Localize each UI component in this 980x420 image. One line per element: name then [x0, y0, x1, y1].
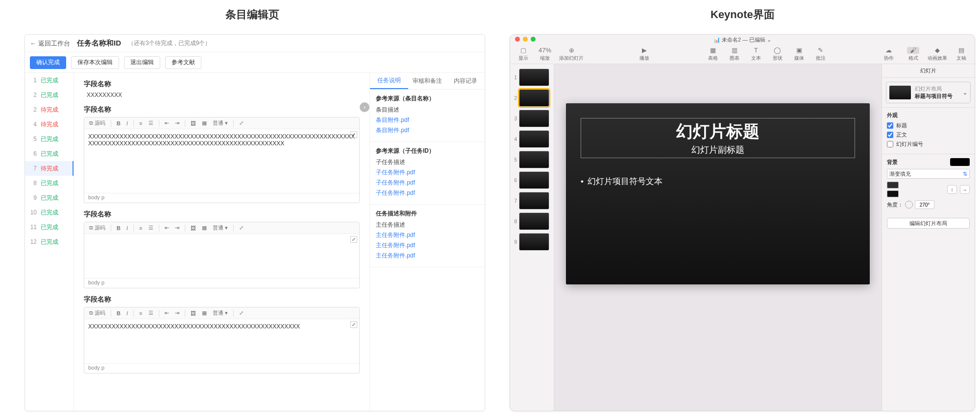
slide-thumbnail[interactable]: 5 — [510, 149, 554, 170]
bullet-list-button[interactable]: ≡ — [137, 120, 144, 126]
fullscreen-button[interactable]: ⤢ — [237, 225, 245, 231]
italic-button[interactable]: I — [124, 120, 130, 126]
toolbar-animate[interactable]: ◆ 动画效果 — [928, 47, 947, 62]
slide-bullet-box[interactable]: • 幻灯片项目符号文本 — [581, 176, 855, 187]
sidebar-entry[interactable]: 4 待完成 — [25, 117, 74, 132]
info-tab[interactable]: 内容记录 — [446, 73, 485, 89]
save-button[interactable]: 保存本次编辑 — [71, 56, 119, 69]
bullet-list-button[interactable]: ≡ — [137, 225, 144, 231]
exit-button[interactable]: 退出编辑 — [124, 56, 160, 69]
appearance-checkbox-row[interactable]: 正文 — [887, 131, 970, 139]
slide-thumbnail[interactable]: 9 — [510, 232, 554, 252]
checkbox[interactable] — [887, 132, 893, 138]
layout-picker[interactable]: 幻灯片布局 标题与项目符号 ⌄ — [886, 82, 971, 103]
indent-button[interactable]: ⇥ — [173, 310, 181, 316]
sidebar-entry[interactable]: 10 已完成 — [25, 205, 74, 220]
toolbar-document[interactable]: ▤ 文稿 — [954, 47, 969, 62]
table-button[interactable]: ▦ — [200, 225, 209, 231]
collapse-right-panel-button[interactable]: › — [360, 102, 369, 112]
slide-title-box[interactable]: 幻灯片标题 幻灯片副标题 — [581, 118, 855, 158]
toolbar-format[interactable]: 🖌 格式 — [906, 47, 921, 62]
number-list-button[interactable]: ☰ — [147, 120, 155, 126]
outdent-button[interactable]: ⇤ — [163, 310, 171, 316]
fill-type-select[interactable]: 渐变填充 ⇅ — [887, 169, 970, 179]
attachment-link[interactable]: 条目附件.pdf — [376, 127, 409, 134]
checkbox[interactable] — [887, 141, 893, 147]
sidebar-entry[interactable]: 1 已完成 — [25, 73, 74, 88]
back-button[interactable]: ← 返回工作台 — [30, 39, 70, 48]
sidebar-entry[interactable]: 11 已完成 — [25, 220, 74, 234]
number-list-button[interactable]: ☰ — [147, 310, 155, 316]
info-tab[interactable]: 任务说明 — [370, 73, 408, 89]
image-button[interactable]: 🖼 — [189, 310, 198, 316]
image-button[interactable]: 🖼 — [189, 225, 198, 231]
toolbar-zoom[interactable]: 47% 缩放 — [538, 47, 552, 62]
minimize-window-icon[interactable] — [523, 37, 528, 42]
toolbar-shape[interactable]: ◯ 形状 — [770, 47, 785, 62]
angle-dial-icon[interactable] — [905, 201, 913, 209]
slide-thumbnail[interactable]: 1 — [510, 67, 554, 88]
attachment-link[interactable]: 子任务附件.pdf — [376, 189, 415, 196]
angle-input[interactable] — [915, 200, 934, 209]
info-tab[interactable]: 审核和备注 — [408, 73, 446, 89]
gradient-stop-swatch[interactable] — [887, 182, 899, 188]
outdent-button[interactable]: ⇤ — [163, 120, 171, 126]
bold-button[interactable]: B — [115, 310, 122, 316]
sidebar-entry[interactable]: 6 已完成 — [25, 146, 74, 161]
attachment-link[interactable]: 主任务附件.pdf — [376, 242, 415, 249]
rte-body[interactable]: ⤢ — [84, 234, 359, 278]
attachment-link[interactable]: 主任务附件.pdf — [376, 232, 415, 238]
bold-button[interactable]: B — [115, 120, 122, 126]
sidebar-entry[interactable]: 7 待完成 — [25, 161, 74, 176]
swap-gradient-button[interactable]: ↕ — [947, 185, 957, 194]
table-button[interactable]: ▦ — [200, 310, 209, 316]
toolbar-media[interactable]: ▣ 媒体 — [792, 47, 807, 62]
toolbar-text[interactable]: T 文本 — [749, 47, 763, 62]
slide-thumbnail[interactable]: 3 — [510, 108, 554, 129]
toolbar-view[interactable]: ▢ 显示 — [516, 47, 531, 62]
format-select[interactable]: 普通 ▾ — [211, 309, 230, 317]
confirm-button[interactable]: 确认完成 — [30, 56, 66, 69]
slide-canvas[interactable]: 幻灯片标题 幻灯片副标题 • 幻灯片项目符号文本 — [566, 103, 870, 284]
chevron-down-icon[interactable]: ⌄ — [767, 37, 771, 43]
checkbox[interactable] — [887, 122, 893, 129]
image-button[interactable]: 🖼 — [189, 120, 198, 126]
sidebar-entry[interactable]: 12 已完成 — [25, 234, 74, 249]
indent-button[interactable]: ⇥ — [173, 225, 181, 231]
slide-thumbnail[interactable]: 4 — [510, 129, 554, 149]
format-select[interactable]: 普通 ▾ — [211, 119, 230, 127]
italic-button[interactable]: I — [124, 225, 130, 231]
slide-thumbnail[interactable]: 7 — [510, 190, 554, 211]
number-list-button[interactable]: ☰ — [147, 225, 155, 231]
sidebar-entry[interactable]: 9 已完成 — [25, 190, 74, 205]
background-preview-swatch[interactable] — [950, 158, 970, 166]
edit-layout-button[interactable]: 编辑幻灯片布局 — [887, 218, 970, 229]
source-button[interactable]: ⧉ 源码 — [87, 119, 107, 127]
toolbar-comment[interactable]: ✎ 批注 — [813, 47, 828, 62]
toolbar-add-slide[interactable]: ⊕ 添加幻灯片 — [559, 47, 584, 62]
slide-thumbnail[interactable]: 2 — [510, 88, 554, 108]
flip-gradient-button[interactable]: → — [960, 185, 970, 194]
indent-button[interactable]: ⇥ — [173, 120, 181, 126]
attachment-link[interactable]: 子任务附件.pdf — [376, 169, 415, 176]
slide-canvas-area[interactable]: 幻灯片标题 幻灯片副标题 • 幻灯片项目符号文本 — [554, 64, 882, 411]
appearance-checkbox-row[interactable]: 标题 — [887, 122, 970, 129]
fullscreen-button[interactable]: ⤢ — [237, 310, 245, 316]
rte-body[interactable]: XXXXXXXXXXXXXXXXXXXXXXXXXXXXXXXXXXXXXXXX… — [84, 319, 359, 363]
toolbar-chart[interactable]: ▥ 图表 — [727, 47, 742, 62]
rte-expand-icon[interactable]: ⤢ — [350, 236, 357, 243]
outdent-button[interactable]: ⇤ — [163, 225, 171, 231]
table-button[interactable]: ▦ — [200, 120, 209, 126]
format-select[interactable]: 普通 ▾ — [211, 224, 230, 232]
attachment-link[interactable]: 主任务附件.pdf — [376, 252, 415, 259]
attachment-link[interactable]: 子任务附件.pdf — [376, 179, 415, 186]
sidebar-entry[interactable]: 5 已完成 — [25, 132, 74, 146]
sidebar-entry[interactable]: 2 已完成 — [25, 88, 74, 102]
rte-expand-icon[interactable]: ⤢ — [350, 131, 357, 138]
maximize-window-icon[interactable] — [531, 37, 536, 42]
appearance-checkbox-row[interactable]: 幻灯片编号 — [887, 140, 970, 148]
sidebar-entry[interactable]: 8 已完成 — [25, 176, 74, 190]
toolbar-collab[interactable]: ☁ 协作 — [882, 47, 896, 62]
attachment-link[interactable]: 条目附件.pdf — [376, 117, 409, 123]
slide-thumbnail[interactable]: 6 — [510, 170, 554, 190]
